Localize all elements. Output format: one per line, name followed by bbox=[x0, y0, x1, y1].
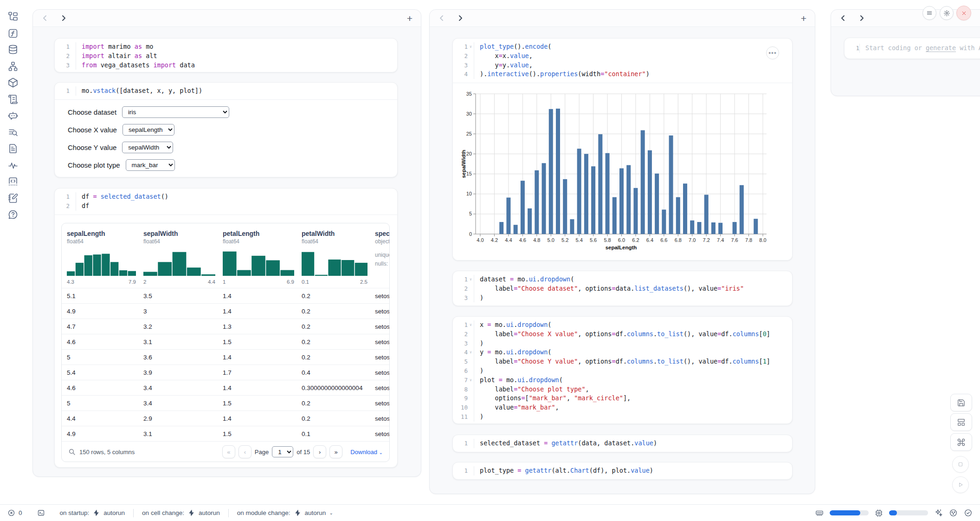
documentation-icon[interactable] bbox=[7, 143, 19, 154]
dependency-graph-icon[interactable] bbox=[7, 61, 19, 72]
snippets-icon[interactable] bbox=[7, 127, 19, 138]
table-cell: setosa bbox=[375, 384, 389, 391]
separator bbox=[133, 509, 134, 517]
code-editor-plot-type[interactable]: 1plot_type = getattr(alt.Chart(df), plot… bbox=[453, 462, 792, 479]
prev-page-button[interactable]: ‹ bbox=[239, 445, 251, 458]
table-cell: setosa bbox=[375, 369, 389, 376]
table-cell: 3.2 bbox=[143, 323, 223, 330]
code-editor-dataset[interactable]: 1∨dataset = mo.ui.dropdown(2 label="Choo… bbox=[453, 271, 792, 306]
add-cell-icon[interactable]: + bbox=[801, 13, 806, 23]
table-row: 53.61.40.2setosa bbox=[62, 349, 389, 365]
table-cell: 4.4 bbox=[67, 415, 143, 422]
column-histogram bbox=[223, 251, 302, 278]
column-next-icon[interactable] bbox=[858, 14, 865, 22]
column-prev-icon[interactable] bbox=[41, 14, 49, 22]
column-header[interactable]: sepalWidth bbox=[143, 230, 223, 237]
layout-grid-icon bbox=[957, 418, 966, 427]
save-button[interactable] bbox=[950, 394, 972, 411]
connection-status-icon[interactable] bbox=[964, 508, 973, 517]
logs-icon[interactable] bbox=[7, 94, 19, 105]
table-row: 53.41.50.2setosa bbox=[62, 395, 389, 410]
ai-sparkles-icon[interactable] bbox=[934, 508, 943, 517]
download-button[interactable]: Download ⌄ bbox=[350, 449, 383, 456]
ai-chat-icon[interactable] bbox=[7, 110, 19, 121]
column-prev-icon[interactable] bbox=[839, 14, 847, 22]
control-row: Choose datasetiris bbox=[55, 104, 397, 121]
choose-dataset-dropdown[interactable]: iris bbox=[122, 106, 229, 118]
terminal-button[interactable] bbox=[37, 509, 45, 517]
keyboard-shortcuts-button[interactable] bbox=[950, 433, 972, 451]
column-header[interactable]: species bbox=[375, 230, 389, 237]
table-cell: 4.9 bbox=[67, 308, 143, 315]
functions-icon[interactable] bbox=[7, 28, 19, 39]
packages-icon[interactable] bbox=[7, 77, 19, 88]
last-page-button[interactable]: » bbox=[329, 445, 342, 458]
column-prev-icon[interactable] bbox=[438, 14, 445, 22]
table-cell: 0.2 bbox=[302, 415, 375, 422]
annotate-icon[interactable] bbox=[7, 193, 19, 204]
next-page-button[interactable]: › bbox=[313, 445, 326, 458]
on-startup-setting[interactable]: on startup: autorun bbox=[60, 509, 125, 517]
layout-button[interactable] bbox=[950, 413, 972, 431]
code-editor-xyplot[interactable]: 1∨x = mo.ui.dropdown(2 label="Choose X v… bbox=[453, 317, 792, 424]
code-editor-selected-dataset[interactable]: 1selected_dataset = getattr(data, datase… bbox=[453, 435, 792, 452]
choose-x-value-dropdown[interactable]: sepalLength bbox=[122, 124, 174, 136]
column-header[interactable]: petalWidth bbox=[302, 230, 375, 237]
table-cell: setosa bbox=[375, 415, 389, 422]
column-2-header: + bbox=[430, 10, 815, 27]
hamburger-icon bbox=[926, 10, 933, 16]
package-manager-icon[interactable] bbox=[949, 508, 958, 517]
generate-with-ai-link[interactable]: generate bbox=[926, 44, 956, 52]
code-editor-dataframe[interactable]: 1df = selected_dataset()2df bbox=[55, 189, 397, 215]
table-cell: setosa bbox=[375, 308, 389, 315]
notebook-menu-button[interactable] bbox=[922, 6, 936, 20]
control-row: Choose X valuesepalLength bbox=[55, 121, 397, 139]
on-cell-change-setting[interactable]: on cell change: autorun bbox=[142, 509, 220, 517]
settings-button[interactable] bbox=[940, 6, 954, 20]
control-row: Choose plot typemark_bar bbox=[55, 156, 397, 174]
table-cell: 1.4 bbox=[223, 293, 302, 300]
scratchpad-icon[interactable] bbox=[7, 176, 19, 187]
gear-icon bbox=[943, 10, 950, 17]
code-editor-plot[interactable]: 1∨plot_type().encode(2 x=x.value,3 y=y.v… bbox=[453, 39, 792, 83]
help-icon[interactable] bbox=[7, 209, 19, 220]
chart-options-icon[interactable]: ••• bbox=[766, 46, 779, 59]
dropdown-label: Choose plot type bbox=[68, 161, 120, 169]
cpu-usage-meter bbox=[889, 510, 928, 515]
svg-text:5.6: 5.6 bbox=[590, 237, 597, 243]
svg-text:4.4: 4.4 bbox=[505, 237, 512, 243]
svg-text:6.4: 6.4 bbox=[646, 237, 653, 243]
stop-icon bbox=[957, 461, 964, 468]
add-cell-icon[interactable]: + bbox=[407, 13, 413, 23]
table-cell: 1.5 bbox=[223, 400, 302, 407]
run-all-button[interactable] bbox=[952, 476, 969, 493]
save-icon bbox=[957, 398, 966, 407]
choose-y-value-dropdown[interactable]: sepalWidth bbox=[122, 142, 173, 153]
column-header[interactable]: sepalLength bbox=[67, 230, 143, 237]
table-cell: 0.2 bbox=[302, 400, 375, 407]
column-range: 16.9 bbox=[223, 279, 294, 285]
svg-text:30: 30 bbox=[466, 111, 472, 117]
column-next-icon[interactable] bbox=[60, 14, 67, 22]
choose-plot-type-dropdown[interactable]: mark_bar bbox=[126, 159, 175, 171]
svg-text:5: 5 bbox=[469, 211, 472, 216]
column-header[interactable]: petalLength bbox=[223, 230, 302, 237]
code-editor-vstack[interactable]: 1mo.vstack([dataset, x, y, plot]) bbox=[55, 83, 397, 99]
svg-text:sepalWidth: sepalWidth bbox=[461, 150, 466, 178]
file-tree-icon[interactable] bbox=[7, 11, 19, 22]
on-module-change-setting[interactable]: on module change: autorun ⌄ bbox=[237, 509, 333, 517]
table-row: 4.931.40.2setosa bbox=[62, 303, 389, 319]
cpu-icon bbox=[875, 509, 883, 517]
stop-kernel-button[interactable] bbox=[952, 456, 969, 473]
page-select[interactable]: 1 bbox=[272, 446, 293, 457]
code-editor-imports[interactable]: 1import marimo as mo2import altair as al… bbox=[55, 39, 397, 72]
errors-indicator[interactable]: 0 bbox=[7, 509, 22, 517]
shutdown-button[interactable] bbox=[956, 6, 971, 20]
first-page-button[interactable]: « bbox=[222, 445, 235, 458]
search-icon[interactable] bbox=[68, 448, 76, 456]
datasources-icon[interactable] bbox=[7, 44, 19, 55]
altair-bar-chart[interactable]: 4.04.24.44.64.85.05.25.45.65.86.06.26.46… bbox=[453, 84, 792, 260]
column-next-icon[interactable] bbox=[457, 14, 464, 22]
empty-cell-editor[interactable]: 1Start coding or generate with AI bbox=[845, 38, 980, 59]
tracing-icon[interactable] bbox=[7, 160, 19, 171]
